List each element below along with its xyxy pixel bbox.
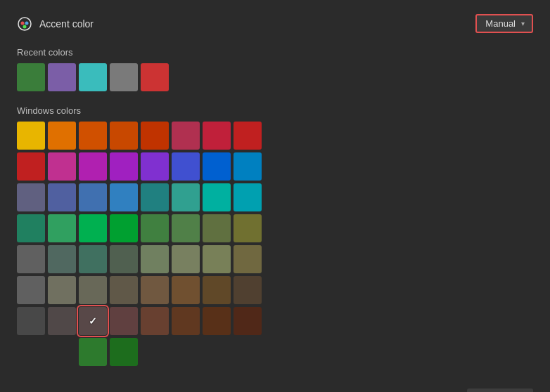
windows-color-swatch[interactable] [172,276,200,304]
windows-color-swatch[interactable] [79,338,107,366]
windows-color-swatch [234,338,262,366]
windows-color-swatch [48,338,76,366]
windows-color-swatch[interactable] [79,276,107,304]
windows-color-swatch[interactable] [234,122,262,150]
dropdown-label: Manual [485,18,516,29]
windows-color-swatch[interactable] [110,276,138,304]
recent-color-swatch[interactable] [48,63,76,91]
windows-color-swatch[interactable] [110,183,138,211]
windows-color-swatch[interactable] [79,245,107,273]
windows-color-swatch[interactable] [110,338,138,366]
windows-color-swatch[interactable] [203,276,231,304]
mode-dropdown[interactable]: Manual ▾ [475,14,533,33]
svg-point-1 [21,21,25,25]
windows-color-swatch[interactable] [110,214,138,242]
windows-color-swatch[interactable] [234,214,262,242]
recent-colors-grid [17,63,533,91]
windows-color-swatch[interactable] [110,122,138,150]
windows-color-swatch[interactable] [141,214,169,242]
windows-color-swatch[interactable] [172,245,200,273]
windows-color-swatch [141,338,169,366]
windows-color-swatch[interactable] [172,122,200,150]
windows-color-swatch[interactable] [234,183,262,211]
windows-color-swatch[interactable] [17,152,45,181]
svg-point-2 [25,21,29,25]
windows-color-swatch[interactable] [203,214,231,242]
windows-color-swatch[interactable] [48,307,76,335]
recent-color-swatch[interactable] [110,63,138,91]
recent-color-swatch[interactable] [17,63,45,91]
windows-color-swatch[interactable] [172,183,200,211]
windows-color-swatch[interactable] [203,245,231,273]
windows-color-swatch [203,338,231,366]
windows-color-swatch[interactable] [79,307,107,335]
windows-color-swatch[interactable] [141,245,169,273]
windows-color-swatch[interactable] [48,122,76,150]
custom-colors-row: Custom colors View colors [17,380,533,392]
windows-color-swatch[interactable] [234,245,262,273]
windows-color-swatch[interactable] [79,183,107,211]
windows-color-swatch [17,338,45,366]
recent-color-swatch[interactable] [141,63,169,91]
windows-color-swatch[interactable] [141,276,169,304]
windows-color-swatch[interactable] [17,183,45,211]
windows-color-swatch[interactable] [17,276,45,304]
header-row: Accent color Manual ▾ [17,14,533,33]
windows-color-swatch[interactable] [79,214,107,242]
accent-color-icon [17,16,32,32]
recent-colors-label: Recent colors [17,47,533,58]
header-title: Accent color [39,18,94,30]
windows-color-swatch[interactable] [79,122,107,150]
windows-colors-label: Windows colors [17,105,533,116]
windows-color-swatch[interactable] [141,307,169,335]
windows-color-swatch[interactable] [203,307,231,335]
windows-color-swatch[interactable] [48,152,76,181]
windows-color-swatch[interactable] [141,122,169,150]
header-left: Accent color [17,16,94,32]
svg-point-3 [23,25,27,28]
windows-color-swatch[interactable] [234,307,262,335]
windows-color-swatch[interactable] [48,276,76,304]
windows-color-swatch[interactable] [17,307,45,335]
windows-color-swatch [172,338,200,366]
windows-color-swatch[interactable] [79,152,107,181]
windows-color-swatch[interactable] [172,152,200,181]
windows-color-swatch[interactable] [203,152,231,181]
windows-color-swatch[interactable] [203,183,231,211]
recent-color-swatch[interactable] [79,63,107,91]
windows-color-swatch[interactable] [234,276,262,304]
windows-color-swatch[interactable] [17,245,45,273]
windows-color-swatch[interactable] [141,152,169,181]
windows-color-swatch[interactable] [172,307,200,335]
windows-color-swatch[interactable] [48,214,76,242]
windows-color-swatch[interactable] [172,214,200,242]
windows-color-swatch[interactable] [48,183,76,211]
windows-color-swatch[interactable] [110,152,138,181]
windows-colors-grid [17,122,533,366]
view-colors-button[interactable]: View colors [467,388,533,392]
windows-color-swatch[interactable] [17,214,45,242]
windows-color-swatch[interactable] [110,307,138,335]
windows-color-swatch[interactable] [141,183,169,211]
chevron-down-icon: ▾ [521,20,525,27]
windows-color-swatch[interactable] [48,245,76,273]
windows-color-swatch[interactable] [234,152,262,181]
windows-color-swatch[interactable] [203,122,231,150]
windows-color-swatch[interactable] [17,122,45,150]
windows-color-swatch[interactable] [110,245,138,273]
